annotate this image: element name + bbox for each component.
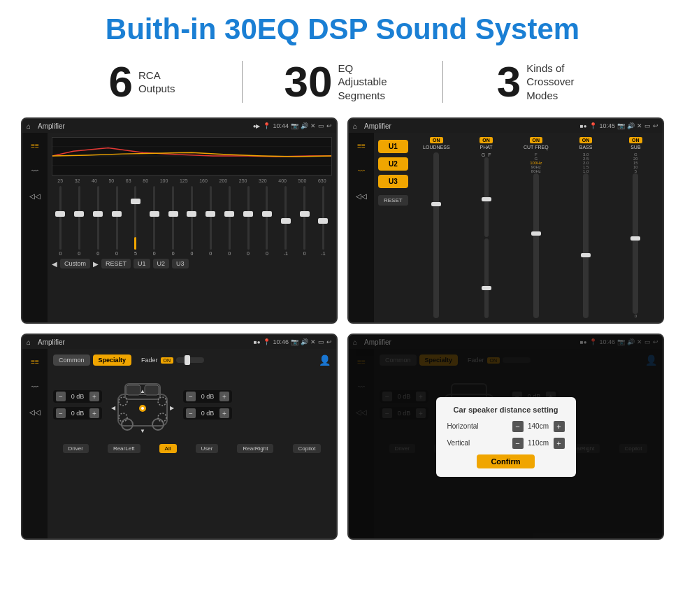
tab-specialty[interactable]: Specialty [93, 354, 132, 366]
vertical-plus[interactable]: + [554, 438, 565, 449]
horizontal-plus[interactable]: + [554, 421, 565, 432]
dialog-row-vertical: Vertical − 110cm + [447, 438, 565, 449]
status-icons-eq: 📍 10:44 📷 🔊 ✕ ▭ ↩ [263, 122, 332, 129]
back-icon-crossover[interactable]: ↩ [653, 122, 658, 129]
svg-point-8 [152, 419, 164, 430]
footer-copilot[interactable]: Copilot [293, 444, 322, 453]
sidebar-crossover-wave-icon[interactable]: 〰 [353, 164, 370, 178]
db-minus-0[interactable]: − [56, 392, 66, 401]
db-plus-2[interactable]: + [219, 392, 229, 401]
dialog-row-horizontal: Horizontal − 140cm + [447, 421, 565, 432]
eq-sliders: 0 0 0 0 5 [52, 186, 332, 256]
back-icon-eq[interactable]: ↩ [326, 122, 332, 129]
phat-slider2[interactable] [484, 238, 489, 318]
dots-icon-fader: ■● [254, 339, 261, 345]
sidebar-wave-icon[interactable]: 〰 [27, 164, 43, 178]
volume-icon-crossover: 🔊 [627, 122, 635, 129]
status-title-fader: Amplifier [38, 338, 251, 346]
eq-u1-button[interactable]: U1 [134, 259, 150, 268]
eq-band-1[interactable]: 0 [71, 186, 88, 256]
eq-main: 2532405063 80100125160200 25032040050063… [48, 133, 336, 322]
eq-band-13[interactable]: 0 [296, 186, 313, 256]
tab-common[interactable]: Common [53, 354, 90, 366]
fader-h-slider[interactable] [176, 357, 204, 363]
sidebar-crossover-speaker-icon[interactable]: ◁◁ [353, 189, 370, 203]
bass-slider[interactable] [583, 173, 589, 318]
cutfreq-label: CUT FREQ [524, 145, 549, 150]
confirm-button[interactable]: Confirm [477, 454, 534, 468]
eq-band-9[interactable]: 0 [221, 186, 238, 256]
fader-screen-content: Common Specialty Fader ON 👤 − [52, 353, 332, 454]
cutfreq-slider[interactable] [533, 173, 539, 318]
footer-user[interactable]: User [196, 444, 219, 453]
eq-band-5[interactable]: 0 [145, 186, 163, 256]
dots-icon-eq: ●▶ [253, 123, 261, 129]
footer-rearleft[interactable]: RearLeft [108, 444, 140, 453]
footer-all[interactable]: All [159, 444, 177, 453]
home-icon-crossover[interactable]: ⌂ [353, 122, 357, 130]
loudness-slider[interactable] [433, 152, 439, 318]
footer-driver[interactable]: Driver [63, 444, 89, 453]
sidebar-fader-wave-icon[interactable]: 〰 [27, 380, 43, 394]
fader-label: Fader [141, 357, 158, 364]
dialog-overlay: Car speaker distance setting Horizontal … [349, 335, 663, 538]
svg-text:▶: ▶ [170, 405, 175, 411]
eq-band-11[interactable]: 0 [258, 186, 275, 256]
fader-footer: Driver RearLeft All User RearRight Copil… [53, 444, 331, 453]
sub-slider[interactable] [633, 173, 638, 314]
stat-crossover: 3 Kinds ofCrossover Modes [443, 60, 643, 103]
eq-band-3[interactable]: 0 [108, 186, 126, 256]
eq-band-6[interactable]: 0 [164, 186, 182, 256]
home-icon-fader[interactable]: ⌂ [27, 338, 31, 346]
home-icon-eq[interactable]: ⌂ [27, 122, 31, 130]
horizontal-minus[interactable]: − [512, 421, 524, 432]
vertical-value: 110cm [526, 439, 551, 447]
eq-band-14[interactable]: -1 [315, 186, 332, 256]
db-control-2: − 0 dB + [183, 390, 232, 403]
footer-rearright[interactable]: RearRight [237, 444, 273, 453]
stats-row: 6 RCAOutputs 30 EQ AdjustableSegments 3 … [0, 53, 685, 113]
eq-reset-button[interactable]: RESET [101, 259, 131, 268]
svg-text:▼: ▼ [140, 428, 145, 434]
phat-slider[interactable] [484, 157, 489, 237]
preset-u1[interactable]: U1 [378, 140, 408, 153]
user-icon[interactable]: 👤 [319, 354, 331, 366]
back-icon-fader[interactable]: ↩ [326, 338, 332, 345]
sidebar-crossover-eq-icon[interactable]: ≡≡ [353, 138, 370, 152]
eq-band-2[interactable]: 0 [89, 186, 107, 256]
sidebar-fader-speaker-icon[interactable]: ◁◁ [27, 405, 43, 419]
eq-u3-button[interactable]: U3 [172, 259, 189, 268]
db-plus-1[interactable]: + [89, 408, 99, 418]
db-plus-0[interactable]: + [89, 392, 99, 401]
db-minus-1[interactable]: − [56, 408, 66, 418]
crossover-reset[interactable]: RESET [378, 195, 408, 206]
db-val-1: 0 dB [68, 410, 87, 417]
eq-next-button[interactable]: ▶ [93, 260, 99, 268]
status-title-crossover: Amplifier [364, 122, 577, 130]
eq-band-0[interactable]: 0 [52, 186, 69, 256]
vertical-minus[interactable]: − [512, 438, 524, 449]
screenshot-fader: ⌂ Amplifier ■● 📍 10:46 📷 🔊 ✕ ▭ ↩ ≡≡ 〰 ◁◁ [21, 334, 338, 540]
bass-label: BASS [579, 145, 593, 150]
db-minus-3[interactable]: − [186, 408, 196, 418]
sidebar-speaker-icon[interactable]: ◁◁ [27, 189, 43, 203]
eq-band-8[interactable]: 0 [202, 186, 219, 256]
eq-prev-button[interactable]: ◀ [52, 260, 57, 268]
eq-band-7[interactable]: 0 [183, 186, 201, 256]
eq-u2-button[interactable]: U2 [153, 259, 170, 268]
stat-eq: 30 EQ AdjustableSegments [243, 60, 442, 103]
preset-u3[interactable]: U3 [378, 175, 408, 188]
preset-u2[interactable]: U2 [378, 157, 408, 171]
db-plus-3[interactable]: + [219, 408, 229, 418]
sidebar-fader-eq-icon[interactable]: ≡≡ [27, 354, 43, 368]
sidebar-eq-icon[interactable]: ≡≡ [27, 138, 43, 152]
eq-band-12[interactable]: -1 [277, 186, 294, 256]
db-minus-2[interactable]: − [186, 392, 196, 401]
db-val-0: 0 dB [68, 393, 87, 400]
vertical-control: − 110cm + [512, 438, 565, 449]
sidebar-eq: ≡≡ 〰 ◁◁ [22, 133, 48, 322]
eq-band-4[interactable]: 5 [127, 186, 144, 256]
svg-point-10 [141, 407, 144, 410]
eq-band-10[interactable]: 0 [240, 186, 257, 256]
status-bar-crossover: ⌂ Amplifier ■● 📍 10:45 📷 🔊 ✕ ▭ ↩ [349, 119, 663, 133]
